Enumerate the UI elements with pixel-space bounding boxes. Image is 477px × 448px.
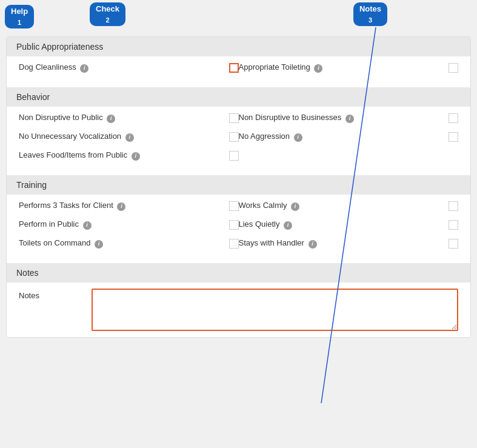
performs-tasks-info-icon[interactable]: i (117, 202, 125, 211)
notes-section-header: Notes (7, 263, 470, 283)
no-unnecessary-label: No Unnecessary Vocalization (19, 132, 121, 141)
non-disruptive-public-col: Non Disruptive to Public i (19, 113, 239, 123)
perform-in-public-row: Perform in Public i Lies Quietly i (19, 219, 458, 230)
no-unnecessary-info-icon[interactable]: i (125, 133, 134, 142)
help-number: 1 (14, 18, 25, 28)
non-disruptive-business-label: Non Disruptive to Businesses (239, 113, 342, 122)
check-button[interactable]: Check 2 (90, 2, 125, 26)
perform-in-public-info-icon[interactable]: i (83, 221, 92, 230)
works-calmly-checkbox[interactable] (449, 201, 458, 211)
dog-cleanliness-row: Dog Cleanliness i Appropriate Toileting … (19, 62, 458, 73)
public-appropriateness-header: Public Appropriateness (7, 37, 470, 56)
no-unnecessary-col: No Unnecessary Vocalization i (19, 132, 239, 142)
no-aggression-info-icon[interactable]: i (294, 133, 302, 142)
no-unnecessary-row: No Unnecessary Vocalization i No Aggress… (19, 132, 458, 142)
appropriate-toileting-checkbox[interactable] (449, 63, 458, 73)
dog-cleanliness-label: Dog Cleanliness (19, 62, 76, 72)
check-label: Check (96, 4, 119, 14)
works-calmly-info-icon[interactable]: i (291, 202, 299, 211)
lies-quietly-label: Lies Quietly (239, 219, 280, 229)
performs-tasks-row: Performs 3 Tasks for Client i Works Calm… (19, 201, 458, 211)
toilets-on-command-info-icon[interactable]: i (95, 240, 103, 249)
appropriate-toileting-col: Appropriate Toileting i (239, 62, 459, 73)
help-button[interactable]: Help 1 (5, 5, 34, 28)
stays-with-handler-info-icon[interactable]: i (309, 240, 317, 249)
non-disruptive-public-label: Non Disruptive to Public (19, 113, 103, 122)
help-label: Help (11, 7, 28, 16)
no-aggression-checkbox[interactable] (449, 132, 458, 142)
appropriate-toileting-label: Appropriate Toileting (239, 62, 310, 72)
non-disruptive-public-checkbox[interactable] (229, 113, 239, 123)
non-disruptive-business-info-icon[interactable]: i (345, 115, 354, 123)
no-aggression-label: No Aggression (239, 132, 290, 141)
dog-cleanliness-col: Dog Cleanliness i (19, 62, 239, 73)
dog-cleanliness-checkbox[interactable] (229, 63, 239, 73)
non-disruptive-public-row: Non Disruptive to Public i Non Disruptiv… (19, 113, 458, 123)
stays-with-handler-label: Stays with Handler (239, 238, 304, 247)
lies-quietly-checkbox[interactable] (449, 220, 458, 230)
notes-textarea[interactable] (92, 289, 458, 331)
performs-tasks-label: Performs 3 Tasks for Client (19, 201, 113, 210)
non-disruptive-business-col: Non Disruptive to Businesses i (239, 113, 459, 123)
works-calmly-col: Works Calmly i (239, 201, 459, 211)
public-appropriateness-body: Dog Cleanliness i Appropriate Toileting … (7, 56, 470, 87)
check-number: 2 (102, 15, 113, 26)
notes-label: Notes (359, 4, 381, 14)
no-aggression-col: No Aggression i (239, 132, 459, 142)
main-form: Public Appropriateness Dog Cleanliness i… (6, 36, 471, 338)
works-calmly-label: Works Calmly (239, 201, 287, 210)
perform-in-public-col: Perform in Public i (19, 219, 239, 230)
notes-row: Notes (19, 289, 458, 331)
performs-tasks-col: Performs 3 Tasks for Client i (19, 201, 239, 211)
training-body: Performs 3 Tasks for Client i Works Calm… (7, 195, 470, 263)
perform-in-public-checkbox[interactable] (229, 220, 239, 230)
training-header: Training (7, 175, 470, 195)
behavior-header: Behavior (7, 87, 470, 107)
perform-in-public-label: Perform in Public (19, 219, 79, 229)
notes-number: 3 (365, 15, 376, 26)
leaves-food-label: Leaves Food/Items from Public (19, 150, 127, 159)
lies-quietly-info-icon[interactable]: i (284, 221, 292, 230)
stays-with-handler-col: Stays with Handler i (239, 238, 459, 249)
non-disruptive-public-info-icon[interactable]: i (107, 115, 115, 123)
toilets-on-command-label: Toilets on Command (19, 238, 91, 247)
stays-with-handler-checkbox[interactable] (449, 239, 458, 249)
lies-quietly-col: Lies Quietly i (239, 219, 459, 230)
notes-button[interactable]: Notes 3 (353, 2, 387, 26)
toilets-on-command-row: Toilets on Command i Stays with Handler … (19, 238, 458, 249)
leaves-food-checkbox[interactable] (229, 151, 239, 161)
dog-cleanliness-info-icon[interactable]: i (80, 64, 88, 73)
leaves-food-row: Leaves Food/Items from Public i (19, 150, 458, 161)
notes-field-label: Notes (19, 289, 92, 300)
toilets-on-command-checkbox[interactable] (229, 239, 239, 249)
toilets-on-command-col: Toilets on Command i (19, 238, 239, 249)
appropriate-toileting-info-icon[interactable]: i (314, 64, 322, 73)
no-unnecessary-checkbox[interactable] (229, 132, 239, 142)
leaves-food-col: Leaves Food/Items from Public i (19, 150, 239, 161)
behavior-body: Non Disruptive to Public i Non Disruptiv… (7, 107, 470, 175)
leaves-food-info-icon[interactable]: i (132, 152, 140, 161)
non-disruptive-business-checkbox[interactable] (449, 113, 458, 123)
performs-tasks-checkbox[interactable] (229, 201, 239, 211)
notes-section-body: Notes (7, 283, 470, 337)
